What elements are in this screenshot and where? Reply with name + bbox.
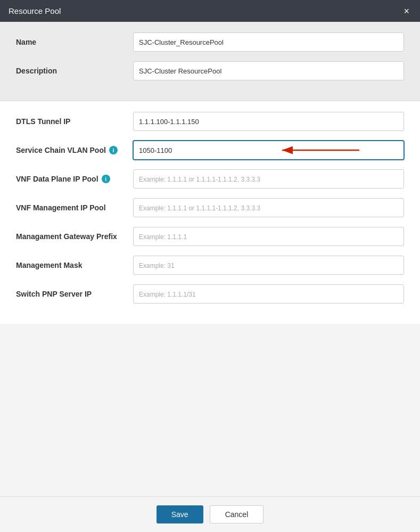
switch-pnp-label: Switch PNP Server IP [16, 290, 133, 298]
description-row: Description [16, 61, 404, 80]
mgmt-gateway-input[interactable] [133, 227, 404, 246]
dtls-label: DTLS Tunnel IP [16, 117, 133, 126]
name-label: Name [16, 38, 133, 46]
vnf-data-info-icon[interactable]: i [102, 175, 110, 183]
switch-pnp-input[interactable] [133, 284, 404, 304]
vnf-data-row: VNF Data Plane IP Pool i [16, 169, 404, 189]
top-section: Name Description [0, 22, 420, 101]
service-chain-label: Service Chain VLAN Pool i [16, 146, 133, 154]
save-button[interactable]: Save [157, 505, 203, 523]
name-row: Name [16, 32, 404, 52]
resource-pool-modal: Resource Pool × Name Description DTLS Tu… [0, 0, 420, 532]
modal-title: Resource Pool [9, 6, 61, 15]
description-input[interactable] [133, 61, 404, 80]
modal-header: Resource Pool × [0, 0, 420, 22]
vnf-mgmt-label: VNF Management IP Pool [16, 203, 133, 212]
service-chain-row: Service Chain VLAN Pool i [16, 141, 404, 160]
cancel-button[interactable]: Cancel [210, 505, 264, 523]
red-arrow-annotation [277, 142, 362, 158]
vnf-mgmt-row: VNF Management IP Pool [16, 198, 404, 217]
vnf-data-label: VNF Data Plane IP Pool i [16, 175, 133, 183]
dtls-input[interactable] [133, 112, 404, 131]
mgmt-gateway-row: Managament Gateway Prefix [16, 227, 404, 246]
mgmt-gateway-label: Managament Gateway Prefix [16, 232, 133, 241]
mgmt-mask-label: Management Mask [16, 261, 133, 269]
service-chain-input[interactable] [133, 141, 404, 160]
vnf-mgmt-input[interactable] [133, 198, 404, 217]
modal-body: Name Description DTLS Tunnel IP Service … [0, 22, 420, 496]
mgmt-mask-row: Management Mask [16, 256, 404, 275]
name-input[interactable] [133, 32, 404, 52]
mgmt-mask-input[interactable] [133, 256, 404, 275]
modal-footer: Save Cancel [0, 496, 420, 532]
main-section: DTLS Tunnel IP Service Chain VLAN Pool i [0, 101, 420, 324]
vnf-data-input[interactable] [133, 169, 404, 189]
close-button[interactable]: × [401, 5, 411, 17]
dtls-row: DTLS Tunnel IP [16, 112, 404, 131]
description-label: Description [16, 67, 133, 75]
switch-pnp-row: Switch PNP Server IP [16, 284, 404, 304]
service-chain-info-icon[interactable]: i [109, 146, 118, 154]
